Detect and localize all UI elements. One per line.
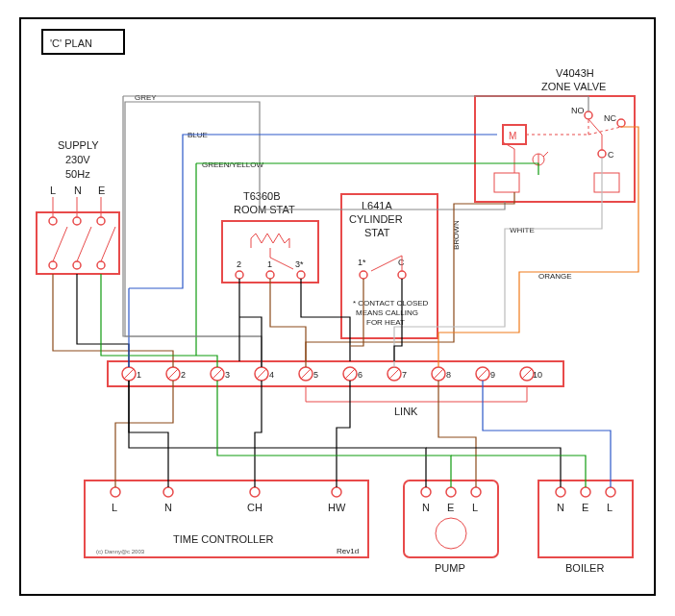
svg-text:CH: CH [247,502,262,513]
svg-text:E: E [447,502,454,513]
svg-text:8: 8 [446,370,451,380]
svg-point-6 [49,261,57,269]
strip-link: LINK [394,406,418,417]
diagram-title: 'C' PLAN [50,37,92,49]
svg-text:10: 10 [533,370,542,380]
label-brown: BROWN [452,220,461,250]
revision: Rev1d [337,547,359,555]
svg-point-27 [360,271,367,279]
label-green: GREEN/YELLOW [202,160,263,169]
svg-line-47 [588,127,621,135]
svg-text:N: N [164,502,172,513]
svg-line-10 [77,227,91,261]
supply-voltage: 230V [65,154,90,165]
svg-text:7: 7 [402,370,407,380]
svg-text:2: 2 [181,370,186,380]
svg-point-89 [111,487,120,497]
cylstat-name1: CYLINDER [349,213,403,225]
svg-point-105 [436,518,466,549]
cylstat-name2: STAT [364,227,390,238]
svg-point-99 [421,487,431,497]
svg-text:C: C [608,150,614,160]
wiring-diagram: 'C' PLAN SUPPLY 230V 50Hz L N E T6360B R… [0,0,675,616]
svg-point-103 [471,487,481,497]
pump: N E L PUMP [404,480,498,574]
svg-text:1: 1 [267,259,272,269]
svg-point-95 [332,487,341,497]
svg-text:M: M [509,131,516,141]
svg-text:HW: HW [328,502,346,513]
svg-point-21 [266,271,274,279]
svg-point-22 [297,271,305,279]
svg-point-39 [585,111,592,119]
svg-point-5 [97,217,105,225]
svg-line-9 [53,227,67,261]
copyright: (c) Danny@c 2003 [96,549,145,554]
svg-point-3 [49,217,57,225]
svg-rect-50 [494,173,519,192]
svg-line-19 [270,258,293,269]
svg-line-54 [543,152,548,157]
time-controller: L N CH HW TIME CONTROLLER [85,480,368,557]
svg-line-11 [101,227,115,261]
svg-point-101 [446,487,456,497]
room-stat: 2 1 3* [222,221,318,283]
svg-text:L: L [112,502,117,513]
svg-text:* CONTACT CLOSED: * CONTACT CLOSED [353,299,429,308]
svg-rect-36 [475,96,635,202]
zonevalve-model: V4043H [556,67,594,79]
svg-point-4 [73,217,81,225]
svg-rect-51 [594,173,619,192]
svg-rect-88 [85,480,368,557]
svg-point-108 [556,487,565,497]
roomstat-model: T6360B [243,190,281,202]
supply-freq: 50Hz [65,168,90,180]
svg-text:TIME CONTROLLER: TIME CONTROLLER [173,533,274,545]
supply-switch [37,197,119,274]
svg-text:3: 3 [225,370,230,380]
svg-point-43 [598,150,606,158]
svg-text:N: N [557,502,564,513]
svg-point-20 [236,271,243,279]
svg-text:L: L [472,502,478,513]
label-white: WHITE [510,226,535,234]
svg-point-110 [581,487,590,497]
svg-text:E: E [582,502,588,513]
svg-text:L: L [607,502,612,513]
supply-label: SUPPLY [58,139,99,151]
svg-text:1: 1 [137,370,141,380]
svg-point-93 [250,487,260,497]
svg-point-28 [398,271,406,279]
svg-text:3*: 3* [295,259,304,269]
svg-line-49 [588,119,602,135]
boiler: N E L BOILER [538,480,633,574]
svg-text:N: N [422,502,430,513]
svg-text:5: 5 [313,370,318,380]
svg-text:NC: NC [604,113,616,123]
svg-text:NO: NO [571,106,585,115]
supply-term-e: E [98,185,105,196]
svg-text:PUMP: PUMP [435,562,465,574]
svg-point-7 [73,261,81,269]
svg-text:FOR HEAT: FOR HEAT [366,318,405,327]
svg-text:2: 2 [237,259,241,269]
svg-text:BOILER: BOILER [565,562,604,574]
svg-point-91 [163,487,173,497]
svg-point-8 [97,261,105,269]
zone-valve: M NO NC C [475,96,635,202]
svg-text:MEANS CALLING: MEANS CALLING [356,308,418,317]
zonevalve-name: ZONE VALVE [541,81,606,92]
svg-point-112 [606,487,615,497]
supply-term-l: L [50,185,56,196]
svg-text:9: 9 [490,370,495,380]
supply-term-n: N [74,185,82,196]
svg-text:6: 6 [358,370,362,380]
svg-text:1*: 1* [358,258,366,267]
svg-point-41 [617,119,625,127]
label-grey: GREY [135,93,157,102]
label-orange: ORANGE [538,272,572,281]
svg-text:4: 4 [269,370,274,380]
